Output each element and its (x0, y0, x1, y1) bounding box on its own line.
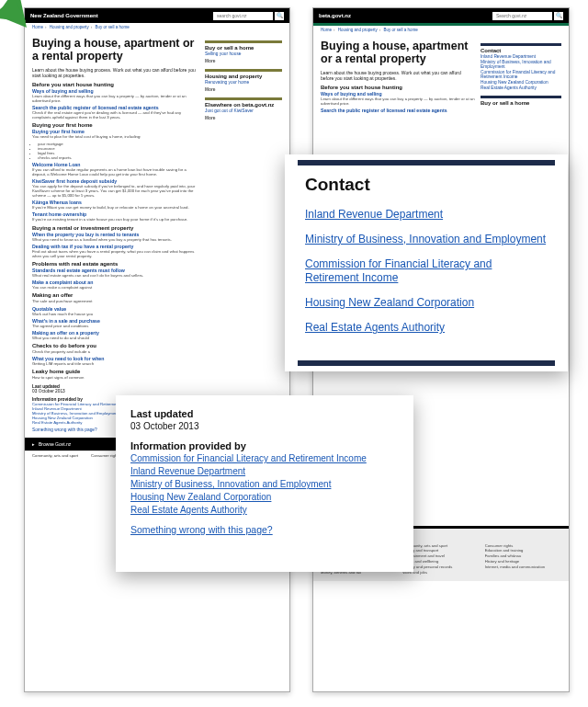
provider-link[interactable]: Ministry of Business, Innovation and Emp… (130, 479, 399, 489)
contact-popout: Contact Inland Revenue Department Minist… (285, 154, 568, 371)
contact-link-mbie[interactable]: Ministry of Business, Innovation and Emp… (305, 233, 548, 246)
accent-bar (298, 360, 555, 366)
breadcrumb: Home› Housing and property› Buy or sell … (313, 26, 569, 34)
section-first: Buying your first home (32, 122, 199, 128)
last-updated-label: Last updated (130, 408, 399, 419)
provider-link[interactable]: Housing New Zealand Corporation (130, 492, 399, 502)
provider-link[interactable]: Inland Revenue Department (130, 466, 399, 476)
page-intro: Learn about the house buying process. Wo… (32, 67, 199, 78)
page-title: Buying a house, apartment or a rental pr… (32, 37, 199, 63)
sidebar-left: Buy or sell a home Selling your house Mo… (205, 35, 282, 432)
accent-bar (298, 160, 555, 165)
chevron-right-icon: ▸ (32, 441, 35, 447)
last-updated-value: 03 October 2013 (130, 421, 399, 431)
page-title: Buying a house, apartment or a rental pr… (321, 40, 475, 66)
provider-link[interactable]: Real Estate Agents Authority (130, 505, 399, 515)
info-popout: Last updated 03 October 2013 Information… (116, 395, 413, 572)
main-content: Buying a house, apartment or a rental pr… (32, 35, 199, 432)
contact-heading: Contact (305, 175, 548, 195)
section-before: Before you start house hunting (32, 82, 199, 87)
contact-link-reaa[interactable]: Real Estate Agents Authority (305, 321, 548, 335)
contact-link-cflri[interactable]: Commission for Financial Literacy and Re… (305, 257, 548, 285)
contact-link-hnzc[interactable]: Housing New Zealand Corporation (305, 296, 548, 310)
feedback-link[interactable]: Something wrong with this page? (130, 524, 399, 535)
provider-link[interactable]: Commission for Financial Literacy and Re… (130, 453, 399, 463)
page-left: New Zealand Government 🔍 Home› Housing a… (24, 7, 290, 692)
provided-by-label: Information provided by (130, 440, 399, 451)
contact-link-ird[interactable]: Inland Revenue Department (305, 208, 548, 222)
arrow-icon (0, 0, 588, 26)
